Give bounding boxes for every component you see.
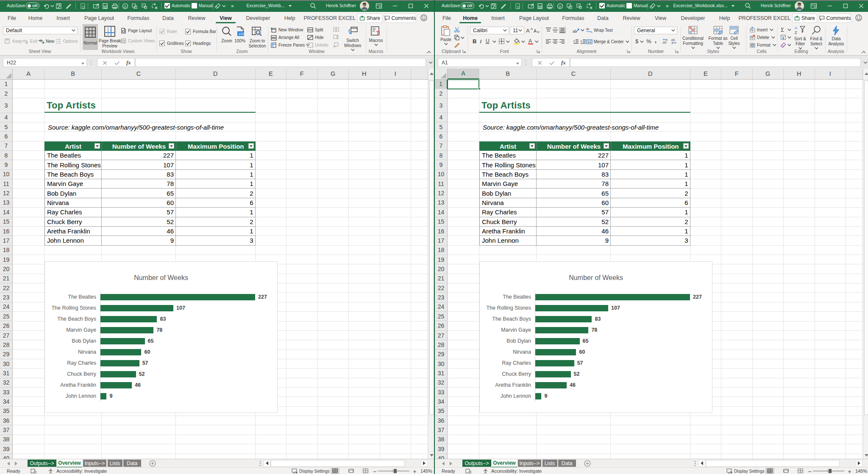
row-header-9[interactable]: 9	[0, 160, 13, 169]
print-icon[interactable]	[111, 3, 118, 9]
row-header-4[interactable]: 4	[0, 113, 13, 122]
new-sheet-button[interactable]	[584, 460, 591, 467]
row-header-19[interactable]: 19	[435, 255, 448, 264]
avatar[interactable]	[360, 1, 369, 11]
tab-scroll-left-icon[interactable]	[442, 462, 445, 466]
row-header-6[interactable]: 6	[0, 132, 13, 141]
row-header-26[interactable]: 26	[0, 322, 13, 331]
underline-chevron-icon[interactable]	[492, 40, 496, 43]
format-button[interactable]: Format	[749, 42, 776, 48]
row-header-22[interactable]: 22	[0, 283, 13, 293]
column-header-F[interactable]: F	[287, 69, 318, 79]
autosum-chevron-icon[interactable]	[787, 28, 791, 31]
delete-button[interactable]: Delete	[749, 34, 775, 41]
column-header-I[interactable]: I	[380, 69, 412, 79]
view-side-by-side-icon[interactable]	[333, 26, 339, 33]
minimize-icon[interactable]	[827, 3, 832, 8]
font-color-icon[interactable]: A	[528, 38, 534, 44]
font-size-combo[interactable]: 11	[510, 27, 524, 34]
font-color-chevron-icon[interactable]	[535, 40, 538, 43]
row-header-16[interactable]: 16	[0, 227, 13, 236]
zoom-in-icon[interactable]	[413, 470, 417, 474]
clear-chevron-icon[interactable]	[787, 43, 791, 47]
custom-views-button[interactable]: Custom Views	[120, 37, 155, 44]
email-link-icon[interactable]	[93, 3, 99, 9]
format-painter-icon[interactable]	[500, 3, 506, 9]
number-dialog-launcher[interactable]	[675, 49, 679, 53]
paste-button[interactable]: Paste	[440, 25, 452, 45]
increase-indent-icon[interactable]	[580, 39, 586, 44]
row-header-30[interactable]: 30	[435, 359, 448, 369]
row-header-3[interactable]: 3	[435, 98, 448, 113]
send-pdf-icon[interactable]	[537, 3, 543, 9]
row-header-28[interactable]: 28	[0, 340, 13, 349]
paste-link-icon[interactable]	[141, 3, 147, 9]
ribbon-tab-developer[interactable]: Developer	[676, 12, 710, 24]
formula-bar-checkbox[interactable]: Formula Bar	[185, 28, 216, 35]
close-icon[interactable]	[424, 3, 429, 8]
split-button[interactable]: Split	[307, 26, 323, 33]
row-header-16[interactable]: 16	[435, 227, 448, 236]
ribbon-tab-insert[interactable]: Insert	[51, 12, 75, 24]
row-header-32[interactable]: 32	[435, 378, 448, 388]
new-sheet-button[interactable]	[149, 460, 156, 467]
collapse-ribbon-icon[interactable]	[861, 50, 866, 54]
tab-scroll-left-icon[interactable]	[7, 462, 10, 466]
sheet-tab-inputs-[interactable]: Inputs-->	[517, 460, 541, 467]
send-pdf-icon[interactable]	[102, 3, 108, 9]
horizontal-scroll-thumb[interactable]	[271, 460, 405, 467]
export-document-icon[interactable]	[515, 3, 521, 9]
maximize-icon[interactable]	[843, 3, 848, 8]
cancel-icon[interactable]	[103, 61, 107, 65]
row-header-15[interactable]: 15	[0, 217, 13, 227]
collapse-ribbon-icon[interactable]	[426, 50, 431, 54]
sheet-tab-outputs-[interactable]: Outputs-->	[462, 460, 491, 467]
formula-bar-splitter[interactable]	[525, 59, 526, 66]
row-header-24[interactable]: 24	[0, 302, 13, 312]
ribbon-tab-professor-excel[interactable]: PROFESSOR EXCEL	[739, 12, 790, 24]
row-header-21[interactable]: 21	[0, 274, 13, 283]
row-header-8[interactable]: 8	[435, 151, 448, 160]
row-header-5[interactable]: 5	[0, 122, 13, 132]
tab-scroll-right-icon[interactable]	[15, 462, 18, 466]
align-right-icon[interactable]	[559, 39, 565, 44]
scroll-left-button[interactable]	[698, 460, 705, 467]
conditional-formatting-button[interactable]: Conditional Formatting	[681, 25, 705, 49]
undo-icon[interactable]	[478, 3, 484, 9]
zoom-100-button[interactable]: 100100%	[233, 26, 247, 44]
cell-styles-button[interactable]: Cell Styles	[724, 25, 744, 49]
ribbon-tab-view[interactable]: View	[650, 12, 671, 24]
ribbon-display-options-icon[interactable]	[376, 3, 382, 9]
sheet-grid[interactable]: Top ArtistsSource: kaggle.com/omarhanyy/…	[435, 80, 863, 459]
scroll-up-button[interactable]	[428, 69, 434, 80]
h-scroll-grip-icon[interactable]	[694, 460, 696, 466]
title-dropdown-icon[interactable]	[731, 4, 735, 8]
insert-function-icon[interactable]: fx	[557, 3, 563, 9]
paste-values-icon[interactable]	[566, 3, 573, 9]
row-header-6[interactable]: 6	[435, 132, 448, 141]
scroll-down-button[interactable]	[428, 451, 434, 459]
save-icon[interactable]	[490, 3, 497, 9]
name-box-chevron-icon[interactable]	[81, 61, 85, 65]
hide-button[interactable]: Hide	[307, 34, 324, 41]
comma-icon[interactable]: ,	[655, 38, 658, 44]
row-header-23[interactable]: 23	[0, 293, 13, 302]
qat-overflow[interactable]: »	[231, 3, 234, 9]
document-title[interactable]: Excercise_Workb...	[246, 3, 284, 8]
search-icon[interactable]	[310, 3, 317, 9]
scroll-up-button[interactable]	[863, 69, 868, 80]
row-header-24[interactable]: 24	[435, 302, 448, 312]
data-analysis-button[interactable]: Data Analysis	[827, 25, 846, 47]
row-header-30[interactable]: 30	[0, 359, 13, 369]
row-header-13[interactable]: 13	[435, 198, 448, 208]
share-button[interactable]: Share	[792, 14, 817, 23]
fill-color-icon[interactable]	[513, 38, 520, 44]
font-dialog-launcher[interactable]	[536, 49, 540, 53]
sheet-tab-outputs-[interactable]: Outputs-->	[28, 460, 56, 467]
row-header-1[interactable]: 1	[435, 80, 448, 89]
macro-record-icon[interactable]	[465, 468, 471, 474]
zoom-to-selection-button[interactable]: Zoom to Selection	[246, 26, 268, 49]
ribbon-tab-file[interactable]: File	[4, 12, 19, 24]
decrease-decimal-icon[interactable]: .00.0	[670, 38, 678, 44]
row-header-25[interactable]: 25	[435, 312, 448, 321]
